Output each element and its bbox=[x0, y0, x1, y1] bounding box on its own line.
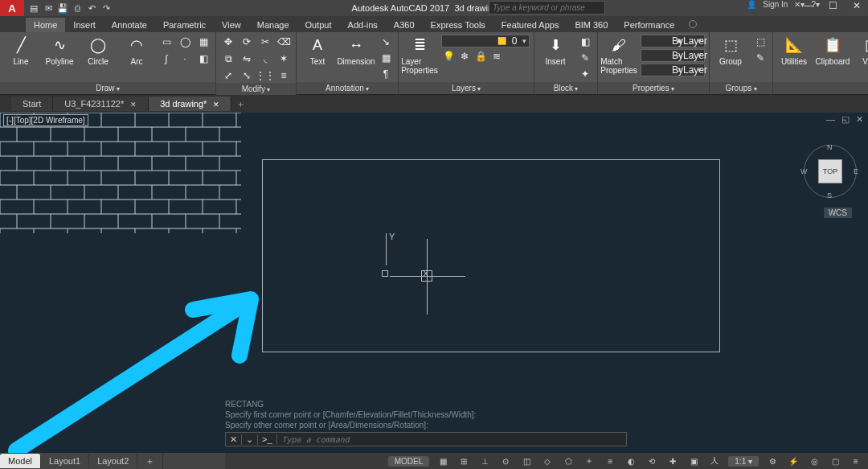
move-icon[interactable]: ✥ bbox=[220, 35, 236, 49]
panel-properties-title[interactable]: Properties bbox=[598, 82, 709, 94]
wcs-label[interactable]: WCS bbox=[824, 208, 852, 218]
qat-save-icon[interactable]: 💾 bbox=[56, 2, 69, 14]
viewport-label[interactable]: [-][Top][2D Wireframe] bbox=[3, 114, 88, 126]
insert-button[interactable]: ⬇Insert bbox=[538, 35, 572, 66]
lineweight-selector[interactable]: — ByLayer ▾ bbox=[641, 49, 705, 62]
dyninput-icon[interactable]: ＋ bbox=[582, 455, 596, 467]
tab-output[interactable]: Output bbox=[297, 18, 340, 32]
tab-performance[interactable]: Performance bbox=[616, 18, 682, 32]
edit-block-icon[interactable]: ✎ bbox=[577, 51, 593, 65]
drawing-canvas[interactable]: [-][Top][2D Wireframe] — ◱ ✕ TOP N S E W… bbox=[0, 113, 868, 453]
group-button[interactable]: ⬚Group bbox=[714, 35, 747, 66]
tab-annotate[interactable]: Annotate bbox=[104, 18, 155, 32]
ortho-toggle-icon[interactable]: ⊥ bbox=[477, 457, 492, 466]
panel-layers-title[interactable]: Layers bbox=[399, 82, 534, 94]
erase-icon[interactable]: ⌫ bbox=[276, 35, 292, 49]
explode-icon[interactable]: ✶ bbox=[276, 51, 292, 66]
hatch-icon[interactable]: ▦ bbox=[195, 35, 211, 49]
doc-tab-u3[interactable]: U3_F4231122*✕ bbox=[53, 97, 149, 111]
layout-tab-layout2[interactable]: Layout2 bbox=[89, 454, 137, 468]
layer-match-icon[interactable]: ≋ bbox=[489, 49, 504, 64]
tab-view[interactable]: View bbox=[214, 18, 249, 32]
tab-featuredapps[interactable]: Featured Apps bbox=[493, 18, 567, 32]
doc-tab-start[interactable]: Start bbox=[11, 97, 53, 111]
qat-open-icon[interactable]: ✉ bbox=[42, 2, 55, 14]
fillet-icon[interactable]: ◟ bbox=[257, 51, 273, 66]
isolate-icon[interactable]: ◎ bbox=[807, 457, 821, 466]
snap-toggle-icon[interactable]: ⊞ bbox=[457, 457, 471, 466]
point-icon[interactable]: ∙ bbox=[177, 51, 193, 66]
cmd-recent-icon[interactable]: ⌄ bbox=[242, 434, 258, 445]
view-cube[interactable]: TOP N S E W bbox=[804, 145, 857, 198]
modelspace-toggle[interactable]: MODEL bbox=[388, 456, 430, 467]
panel-annotation-title[interactable]: Annotation bbox=[297, 82, 398, 94]
vp-close-icon[interactable]: ✕ bbox=[856, 114, 863, 125]
groupedit-icon[interactable]: ✎ bbox=[752, 51, 768, 65]
scale-icon[interactable]: ⤡ bbox=[239, 68, 255, 83]
infocenter-icon[interactable]: 👤 bbox=[747, 0, 756, 9]
view-button[interactable]: ◲View bbox=[854, 35, 868, 66]
tab-a360[interactable]: A360 bbox=[386, 18, 423, 32]
tab-home[interactable]: Home bbox=[26, 18, 65, 32]
panel-draw-title[interactable]: Draw bbox=[0, 82, 215, 94]
matchprops-button[interactable]: 🖌Match Properties bbox=[602, 35, 636, 75]
polyline-button[interactable]: ∿Polyline bbox=[43, 35, 76, 66]
tab-parametric[interactable]: Parametric bbox=[155, 18, 214, 32]
tab-insert[interactable]: Insert bbox=[65, 18, 104, 32]
dimension-button[interactable]: ↔Dimension bbox=[339, 35, 373, 66]
maximize-button[interactable]: ☐ bbox=[825, 0, 841, 11]
circle-button[interactable]: ◯Circle bbox=[81, 35, 115, 66]
arc-button[interactable]: ◠Arc bbox=[120, 35, 154, 66]
rectangle-icon[interactable]: ▭ bbox=[158, 35, 174, 49]
minimize-button[interactable]: — bbox=[800, 0, 817, 11]
isoplane-icon[interactable]: ◫ bbox=[519, 457, 534, 466]
layerprops-button[interactable]: ≣Layer Properties bbox=[403, 35, 436, 75]
cycling-icon[interactable]: ⟲ bbox=[645, 457, 659, 466]
copy-icon[interactable]: ⧉ bbox=[220, 51, 236, 66]
panel-block-title[interactable]: Block bbox=[534, 82, 597, 94]
mirror-icon[interactable]: ⇋ bbox=[239, 51, 255, 66]
app-icon[interactable]: A bbox=[0, 0, 24, 16]
table-icon[interactable]: ▦ bbox=[378, 51, 394, 65]
quickprops-icon[interactable]: ▣ bbox=[686, 457, 701, 466]
vp-restore-icon[interactable]: ◱ bbox=[841, 114, 850, 125]
line-button[interactable]: ╱Line bbox=[4, 35, 38, 66]
add-layout-button[interactable]: ＋ bbox=[137, 453, 163, 470]
trim-icon[interactable]: ✂ bbox=[257, 35, 273, 49]
qat-undo-icon[interactable]: ↶ bbox=[85, 2, 98, 14]
drawn-rectangle[interactable] bbox=[262, 159, 720, 352]
ribbon-focus-icon[interactable] bbox=[689, 20, 697, 28]
panel-groups-title[interactable]: Groups bbox=[710, 82, 772, 94]
rotate-icon[interactable]: ⟳ bbox=[239, 35, 255, 49]
cmd-close-icon[interactable]: ✕ bbox=[226, 434, 242, 445]
close-button[interactable]: ✕ bbox=[849, 0, 865, 11]
hardware-accel-icon[interactable]: ⚡ bbox=[786, 457, 800, 466]
qat-print-icon[interactable]: ⎙ bbox=[71, 2, 84, 14]
3dosnap-icon[interactable]: ⬠ bbox=[561, 457, 575, 466]
polar-toggle-icon[interactable]: ⊙ bbox=[498, 457, 513, 466]
layer-off-icon[interactable]: 💡 bbox=[441, 49, 456, 64]
osnap-toggle-icon[interactable]: ◇ bbox=[540, 457, 555, 466]
utilities-button[interactable]: 📐Utilities bbox=[777, 35, 811, 66]
help-search[interactable] bbox=[489, 1, 605, 14]
attr-icon[interactable]: ✦ bbox=[577, 67, 593, 81]
signin-button[interactable]: Sign In bbox=[763, 0, 788, 9]
layout-tab-layout1[interactable]: Layout1 bbox=[41, 454, 89, 468]
region-icon[interactable]: ◧ bbox=[195, 51, 211, 66]
workspace-icon[interactable]: ⚙ bbox=[765, 457, 780, 466]
offset-icon[interactable]: ≡ bbox=[276, 68, 292, 83]
viewcube-face-top[interactable]: TOP bbox=[818, 159, 842, 183]
tab-manage[interactable]: Manage bbox=[249, 18, 297, 32]
command-input[interactable] bbox=[277, 435, 626, 444]
lineweight-toggle-icon[interactable]: ≡ bbox=[603, 457, 617, 466]
scale-selector[interactable]: 1:1 ▾ bbox=[728, 456, 759, 467]
layer-lock-icon[interactable]: 🔒 bbox=[473, 49, 488, 64]
customize-icon[interactable]: ≡ bbox=[849, 457, 863, 466]
stretch-icon[interactable]: ⤢ bbox=[220, 68, 236, 83]
layout-tab-model[interactable]: Model bbox=[0, 454, 41, 468]
layer-selector[interactable]: 🟨 0 ▾ bbox=[441, 35, 530, 47]
array-icon[interactable]: ⋮⋮ bbox=[257, 68, 273, 83]
close-icon[interactable]: ✕ bbox=[130, 101, 137, 109]
close-icon[interactable]: ✕ bbox=[213, 101, 219, 109]
tab-addins[interactable]: Add-ins bbox=[340, 18, 386, 32]
